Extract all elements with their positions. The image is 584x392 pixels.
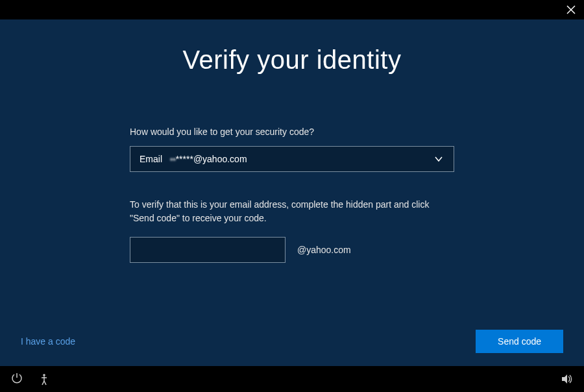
svg-line-6 [42, 381, 44, 385]
i-have-a-code-link[interactable]: I have a code [21, 336, 75, 347]
page-title: Verify your identity [130, 45, 454, 75]
main-panel: Verify your identity How would you like … [0, 19, 584, 366]
instruction-text: To verify that this is your email addres… [130, 198, 441, 225]
volume-icon[interactable] [561, 373, 574, 386]
method-select-label: Email ▪▪*****@yahoo.com [140, 154, 247, 164]
title-bar [0, 0, 584, 19]
prompt-text: How would you like to get your security … [130, 127, 454, 137]
chevron-down-icon [433, 153, 444, 165]
send-code-button[interactable]: Send code [476, 330, 563, 353]
email-prefix-input[interactable] [130, 237, 286, 263]
method-select[interactable]: Email ▪▪*****@yahoo.com [130, 146, 454, 172]
close-icon[interactable] [566, 5, 576, 15]
svg-line-7 [44, 381, 46, 385]
power-icon[interactable] [10, 373, 23, 386]
footer-row: I have a code Send code [21, 330, 563, 353]
svg-marker-8 [562, 374, 567, 384]
taskbar [0, 366, 584, 392]
email-suffix-label: @yahoo.com [297, 245, 351, 255]
email-row: @yahoo.com [130, 237, 454, 263]
taskbar-left [10, 373, 51, 386]
svg-point-3 [43, 374, 45, 376]
ease-of-access-icon[interactable] [38, 373, 51, 386]
